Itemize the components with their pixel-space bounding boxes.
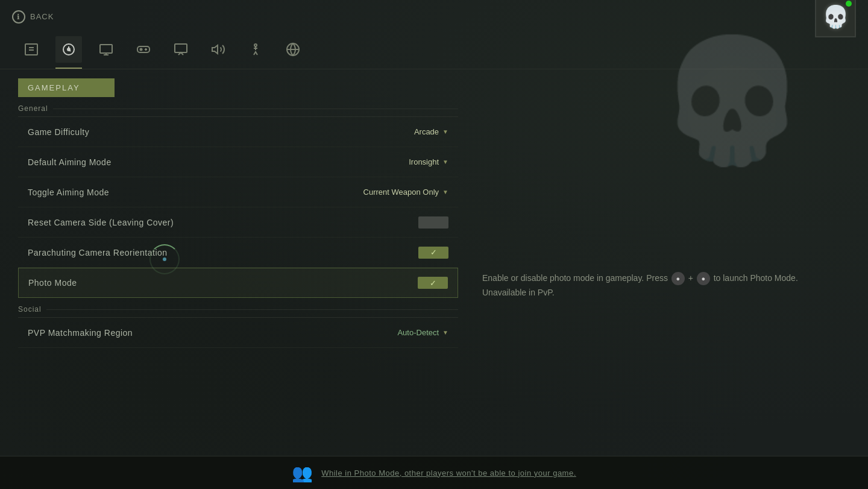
svg-point-14 — [254, 44, 257, 46]
back-icon: ℹ — [12, 10, 25, 24]
loading-ring — [149, 244, 180, 274]
button-icon-2: ● — [697, 272, 710, 285]
back-label: BACK — [30, 12, 54, 21]
svg-rect-5 — [100, 45, 112, 53]
ring-dot — [163, 257, 166, 261]
toggle-parachuting[interactable] — [418, 247, 448, 259]
setting-value-pvp-matchmaking: Auto-Detect ▼ — [338, 328, 458, 337]
notification-text: While in Photo Mode, other players won't… — [321, 468, 576, 478]
setting-value-parachuting — [338, 247, 458, 259]
section-header: GAMEPLAY — [18, 78, 115, 97]
dropdown-toggle-aiming[interactable]: Current Weapon Only ▼ — [363, 188, 448, 197]
toggle-photo-mode[interactable] — [418, 277, 448, 289]
tab-accessibility[interactable] — [242, 36, 269, 63]
notification-icon: 👥 — [292, 463, 313, 483]
setting-value-photo-mode — [337, 277, 458, 289]
dropdown-arrow-default-aiming: ▼ — [442, 159, 448, 165]
tab-controls[interactable] — [130, 36, 157, 63]
setting-value-default-aiming: Ironsight ▼ — [338, 157, 458, 166]
tab-profile[interactable] — [18, 36, 45, 63]
social-subsection-label: Social — [18, 298, 458, 318]
setting-row-reset-camera[interactable]: Reset Camera Side (Leaving Cover) — [18, 207, 458, 238]
setting-row-pvp-matchmaking[interactable]: PVP Matchmaking Region Auto-Detect ▼ — [18, 318, 458, 348]
content-area: GAMEPLAY General Game Difficulty Arcade … — [0, 69, 868, 357]
button-icon-1: ● — [671, 272, 685, 285]
setting-row-game-difficulty[interactable]: Game Difficulty Arcade ▼ — [18, 117, 458, 147]
toggle-reset-camera[interactable] — [418, 216, 448, 229]
tab-display[interactable] — [168, 36, 194, 63]
general-subsection-label: General — [18, 97, 458, 117]
toggle-off-reset-camera — [418, 216, 448, 229]
dropdown-arrow-toggle-aiming: ▼ — [442, 189, 448, 195]
setting-value-toggle-aiming: Current Weapon Only ▼ — [338, 188, 458, 197]
tab-online[interactable] — [280, 36, 306, 63]
setting-value-game-difficulty: Arcade ▼ — [338, 127, 458, 136]
tab-gameplay[interactable] — [55, 36, 82, 63]
dropdown-game-difficulty[interactable]: Arcade ▼ — [414, 127, 448, 136]
tab-hud[interactable] — [93, 36, 119, 63]
toggle-on-photo-mode — [418, 277, 448, 289]
toggle-on-parachuting — [418, 247, 448, 259]
settings-panel: GAMEPLAY General Game Difficulty Arcade … — [18, 78, 458, 348]
back-button[interactable]: ℹ BACK — [12, 10, 54, 24]
tab-audio[interactable] — [205, 36, 231, 63]
setting-label-default-aiming: Default Aiming Mode — [18, 149, 338, 175]
setting-value-reset-camera — [338, 216, 458, 229]
dropdown-pvp-matchmaking[interactable]: Auto-Detect ▼ — [397, 328, 448, 337]
setting-label-reset-camera: Reset Camera Side (Leaving Cover) — [18, 209, 338, 236]
user-avatar[interactable]: 💀 — [815, 0, 856, 37]
top-bar: ℹ BACK 💀 — [0, 0, 868, 33]
svg-marker-13 — [212, 45, 218, 54]
svg-rect-8 — [137, 46, 149, 52]
dropdown-default-aiming[interactable]: Ironsight ▼ — [409, 157, 448, 166]
setting-label-game-difficulty: Game Difficulty — [18, 119, 338, 145]
svg-rect-12 — [175, 44, 187, 52]
svg-point-9 — [140, 49, 142, 51]
setting-row-parachuting[interactable]: Parachuting Camera Reorientation — [18, 238, 458, 268]
tabs-row — [0, 33, 868, 69]
setting-label-toggle-aiming: Toggle Aiming Mode — [18, 179, 338, 206]
dropdown-arrow-game-difficulty: ▼ — [442, 128, 448, 135]
bottom-notification: 👥 While in Photo Mode, other players won… — [0, 456, 868, 489]
setting-row-default-aiming[interactable]: Default Aiming Mode Ironsight ▼ — [18, 147, 458, 177]
dropdown-arrow-pvp: ▼ — [442, 329, 448, 336]
info-panel: Enable or disable photo mode in gameplay… — [458, 78, 850, 348]
main-container: 💀 ℹ BACK 💀 — [0, 0, 868, 489]
setting-label-pvp-matchmaking: PVP Matchmaking Region — [18, 320, 338, 346]
setting-row-photo-mode[interactable]: Photo Mode — [18, 268, 458, 298]
skull-avatar-icon: 💀 — [822, 4, 849, 30]
info-description: Enable or disable photo mode in gameplay… — [482, 271, 826, 300]
setting-row-toggle-aiming[interactable]: Toggle Aiming Mode Current Weapon Only ▼ — [18, 177, 458, 207]
